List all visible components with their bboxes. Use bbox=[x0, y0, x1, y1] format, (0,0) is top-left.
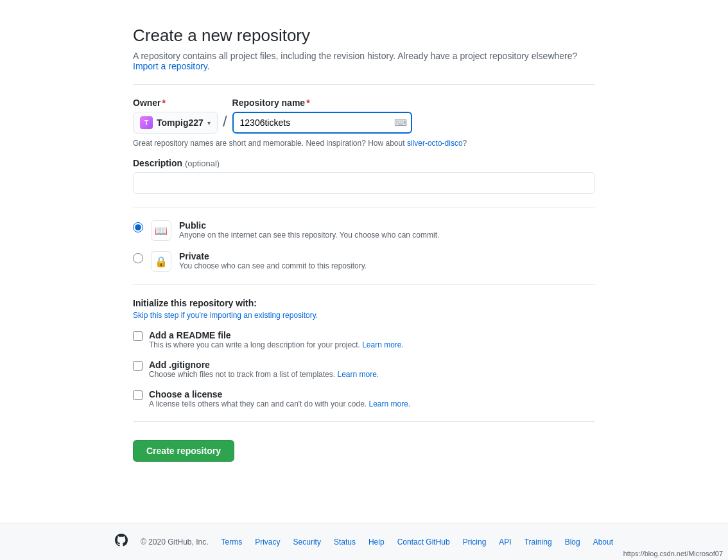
description-label: Description (optional) bbox=[133, 158, 595, 168]
create-repository-button[interactable]: Create repository bbox=[133, 440, 234, 462]
license-option: Choose a license A license tells others … bbox=[133, 389, 595, 408]
repo-name-input-wrapper: ⌨ bbox=[232, 112, 412, 134]
init-subtitle: Skip this step if you're importing an ex… bbox=[133, 311, 595, 320]
gitignore-checkbox[interactable] bbox=[133, 361, 143, 371]
init-title: Initialize this repository with: bbox=[133, 298, 595, 308]
page-subtitle: A repository contains all project files,… bbox=[133, 51, 595, 71]
footer-contact-link[interactable]: Contact GitHub bbox=[397, 538, 450, 547]
repo-name-group: Repository name* ⌨ bbox=[232, 98, 412, 134]
public-desc: Anyone on the internet can see this repo… bbox=[179, 231, 439, 240]
readme-title: Add a README file bbox=[149, 330, 404, 340]
readme-option: Add a README file This is where you can … bbox=[133, 330, 595, 349]
gitignore-title: Add .gitignore bbox=[149, 360, 379, 370]
footer-privacy-link[interactable]: Privacy bbox=[255, 538, 280, 547]
footer-copyright: © 2020 GitHub, Inc. bbox=[141, 538, 209, 547]
footer-about-link[interactable]: About bbox=[593, 538, 613, 547]
import-link[interactable]: Import a repository. bbox=[133, 61, 210, 71]
owner-group: Owner* T Tompig227 ▾ bbox=[133, 98, 218, 134]
lock-icon: 🔒 bbox=[151, 251, 171, 272]
action-divider bbox=[133, 421, 595, 422]
section-divider bbox=[133, 84, 595, 85]
repo-name-required: * bbox=[306, 98, 309, 108]
optional-label: (optional) bbox=[185, 159, 220, 168]
description-group: Description (optional) bbox=[133, 158, 595, 194]
owner-avatar: T bbox=[140, 116, 153, 129]
footer-api-link[interactable]: API bbox=[499, 538, 511, 547]
owner-select[interactable]: T Tompig227 ▾ bbox=[133, 112, 218, 134]
footer-security-link[interactable]: Security bbox=[293, 538, 321, 547]
footer-status-link[interactable]: Status bbox=[334, 538, 356, 547]
github-logo bbox=[115, 534, 128, 550]
private-desc: You choose who can see and commit to thi… bbox=[179, 261, 367, 270]
footer-training-link[interactable]: Training bbox=[524, 538, 552, 547]
public-text: Public Anyone on the internet can see th… bbox=[179, 220, 439, 240]
page-title: Create a new repository bbox=[133, 26, 595, 46]
path-separator: / bbox=[223, 110, 227, 134]
private-radio[interactable] bbox=[133, 253, 143, 263]
footer: © 2020 GitHub, Inc. Terms Privacy Securi… bbox=[0, 523, 728, 560]
public-option: 📖 Public Anyone on the internet can see … bbox=[133, 220, 595, 241]
chevron-down-icon: ▾ bbox=[207, 119, 211, 127]
repo-name-hint: Great repository names are short and mem… bbox=[133, 139, 595, 148]
visibility-divider bbox=[133, 207, 595, 207]
public-title: Public bbox=[179, 220, 439, 231]
owner-label: Owner* bbox=[133, 98, 218, 108]
private-option: 🔒 Private You choose who can see and com… bbox=[133, 251, 595, 272]
private-title: Private bbox=[179, 251, 367, 261]
book-icon: 📖 bbox=[151, 220, 171, 241]
gitignore-desc: Choose which files not to track from a l… bbox=[149, 370, 379, 379]
repo-name-input[interactable] bbox=[232, 112, 412, 134]
watermark: https://blog.csdn.net/Microsof07 bbox=[623, 550, 723, 557]
footer-help-link[interactable]: Help bbox=[368, 538, 385, 547]
license-text: Choose a license A license tells others … bbox=[149, 389, 410, 408]
license-checkbox[interactable] bbox=[133, 390, 143, 400]
owner-required: * bbox=[162, 98, 166, 108]
license-learn-link[interactable]: Learn more. bbox=[369, 399, 411, 408]
license-title: Choose a license bbox=[149, 389, 410, 399]
gitignore-learn-link[interactable]: Learn more. bbox=[337, 370, 379, 379]
skip-link[interactable]: Skip this step if you're importing an ex… bbox=[133, 311, 318, 320]
license-desc: A license tells others what they can and… bbox=[149, 399, 410, 408]
readme-desc: This is where you can write a long descr… bbox=[149, 340, 404, 349]
gitignore-text: Add .gitignore Choose which files not to… bbox=[149, 360, 379, 379]
footer-terms-link[interactable]: Terms bbox=[221, 538, 243, 547]
suggestion-link[interactable]: silver-octo-disco bbox=[407, 139, 463, 148]
repo-name-label: Repository name* bbox=[232, 98, 412, 108]
description-input[interactable] bbox=[133, 172, 595, 194]
keyboard-icon: ⌨ bbox=[394, 118, 407, 128]
readme-text: Add a README file This is where you can … bbox=[149, 330, 404, 349]
initialize-section: Initialize this repository with: Skip th… bbox=[133, 298, 595, 408]
visibility-section: 📖 Public Anyone on the internet can see … bbox=[133, 220, 595, 272]
owner-repo-row: Owner* T Tompig227 ▾ / Repository name* … bbox=[133, 98, 595, 134]
footer-pricing-link[interactable]: Pricing bbox=[463, 538, 487, 547]
gitignore-option: Add .gitignore Choose which files not to… bbox=[133, 360, 595, 379]
readme-checkbox[interactable] bbox=[133, 331, 143, 341]
readme-learn-link[interactable]: Learn more. bbox=[362, 340, 404, 349]
public-radio[interactable] bbox=[133, 222, 143, 232]
footer-blog-link[interactable]: Blog bbox=[565, 538, 580, 547]
private-text: Private You choose who can see and commi… bbox=[179, 251, 367, 270]
owner-name: Tompig227 bbox=[157, 118, 204, 128]
init-divider bbox=[133, 284, 595, 285]
